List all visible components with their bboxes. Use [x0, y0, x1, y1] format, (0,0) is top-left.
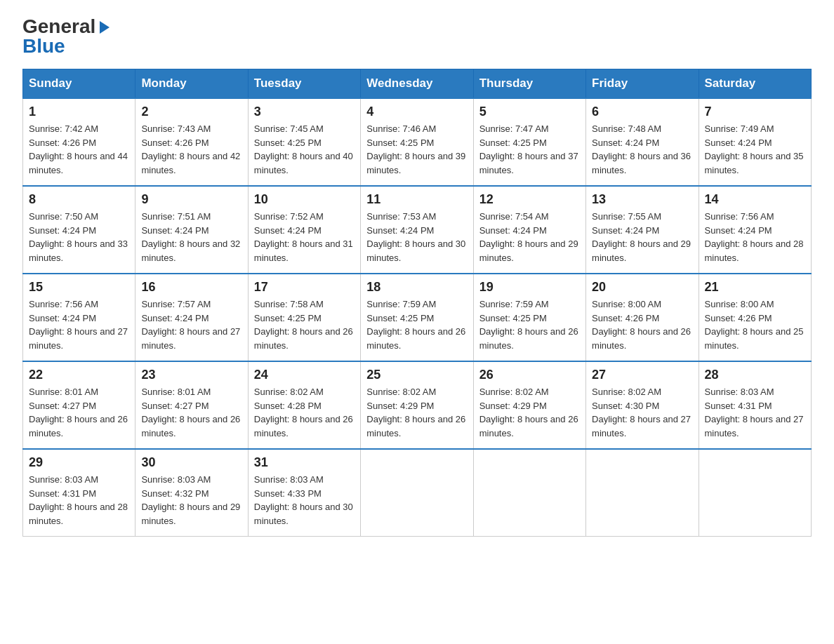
day-info: Sunrise: 7:55 AMSunset: 4:24 PMDaylight:…	[592, 210, 692, 264]
calendar-day-cell	[361, 449, 473, 537]
day-info: Sunrise: 7:58 AMSunset: 4:25 PMDaylight:…	[254, 297, 355, 352]
day-number: 17	[254, 280, 355, 295]
logo-general-text: General	[22, 17, 95, 36]
day-info: Sunrise: 8:03 AMSunset: 4:31 PMDaylight:…	[705, 385, 805, 440]
calendar-day-cell	[473, 449, 585, 537]
calendar-day-cell: 31Sunrise: 8:03 AMSunset: 4:33 PMDayligh…	[248, 449, 360, 537]
day-number: 22	[29, 368, 129, 382]
day-number: 11	[366, 192, 467, 207]
calendar-week-row: 8Sunrise: 7:50 AMSunset: 4:24 PMDaylight…	[23, 186, 812, 274]
day-info: Sunrise: 7:46 AMSunset: 4:25 PMDaylight:…	[366, 122, 467, 177]
day-info: Sunrise: 8:01 AMSunset: 4:27 PMDaylight:…	[29, 385, 129, 440]
day-info: Sunrise: 8:01 AMSunset: 4:27 PMDaylight:…	[141, 385, 241, 440]
logo-blue-text: Blue	[22, 35, 65, 57]
calendar-day-cell: 29Sunrise: 8:03 AMSunset: 4:31 PMDayligh…	[23, 449, 135, 537]
calendar-day-cell: 12Sunrise: 7:54 AMSunset: 4:24 PMDayligh…	[473, 186, 585, 274]
calendar-day-cell: 13Sunrise: 7:55 AMSunset: 4:24 PMDayligh…	[586, 186, 699, 274]
calendar-day-cell: 27Sunrise: 8:02 AMSunset: 4:30 PMDayligh…	[586, 361, 699, 449]
calendar-week-row: 15Sunrise: 7:56 AMSunset: 4:24 PMDayligh…	[23, 274, 812, 361]
calendar-header-row: SundayMondayTuesdayWednesdayThursdayFrid…	[23, 69, 812, 99]
calendar-day-cell: 19Sunrise: 7:59 AMSunset: 4:25 PMDayligh…	[473, 274, 585, 361]
day-info: Sunrise: 7:43 AMSunset: 4:26 PMDaylight:…	[141, 122, 241, 177]
calendar-table: SundayMondayTuesdayWednesdayThursdayFrid…	[22, 69, 812, 537]
weekday-header: Saturday	[699, 69, 811, 99]
day-number: 18	[366, 280, 467, 295]
day-number: 16	[141, 280, 241, 295]
day-info: Sunrise: 8:03 AMSunset: 4:32 PMDaylight:…	[141, 473, 241, 528]
calendar-day-cell	[586, 449, 699, 537]
logo-arrow-icon	[97, 20, 112, 35]
calendar-day-cell: 4Sunrise: 7:46 AMSunset: 4:25 PMDaylight…	[361, 98, 473, 186]
weekday-header: Friday	[586, 69, 699, 99]
weekday-header: Tuesday	[248, 69, 360, 99]
day-number: 30	[141, 455, 241, 470]
day-number: 14	[705, 192, 805, 207]
day-number: 25	[366, 368, 467, 382]
weekday-header: Thursday	[473, 69, 585, 99]
day-info: Sunrise: 7:57 AMSunset: 4:24 PMDaylight:…	[141, 297, 241, 352]
day-number: 6	[592, 105, 692, 119]
day-info: Sunrise: 8:02 AMSunset: 4:28 PMDaylight:…	[254, 385, 355, 440]
calendar-day-cell	[699, 449, 811, 537]
day-number: 26	[479, 368, 580, 382]
calendar-day-cell: 10Sunrise: 7:52 AMSunset: 4:24 PMDayligh…	[248, 186, 360, 274]
page-header: General Blue	[22, 17, 812, 56]
day-info: Sunrise: 7:56 AMSunset: 4:24 PMDaylight:…	[29, 297, 129, 352]
calendar-day-cell: 14Sunrise: 7:56 AMSunset: 4:24 PMDayligh…	[699, 186, 811, 274]
calendar-day-cell: 20Sunrise: 8:00 AMSunset: 4:26 PMDayligh…	[586, 274, 699, 361]
day-number: 9	[141, 192, 241, 207]
calendar-day-cell: 7Sunrise: 7:49 AMSunset: 4:24 PMDaylight…	[699, 98, 811, 186]
day-info: Sunrise: 8:03 AMSunset: 4:31 PMDaylight:…	[29, 473, 129, 528]
day-number: 28	[705, 368, 805, 382]
calendar-day-cell: 9Sunrise: 7:51 AMSunset: 4:24 PMDaylight…	[135, 186, 248, 274]
day-info: Sunrise: 7:48 AMSunset: 4:24 PMDaylight:…	[592, 122, 692, 177]
day-number: 5	[479, 105, 580, 119]
day-number: 20	[592, 280, 692, 295]
day-number: 27	[592, 368, 692, 382]
day-number: 1	[29, 105, 129, 119]
day-info: Sunrise: 8:02 AMSunset: 4:29 PMDaylight:…	[479, 385, 580, 440]
day-number: 19	[479, 280, 580, 295]
day-number: 13	[592, 192, 692, 207]
calendar-day-cell: 25Sunrise: 8:02 AMSunset: 4:29 PMDayligh…	[361, 361, 473, 449]
day-info: Sunrise: 8:00 AMSunset: 4:26 PMDaylight:…	[592, 297, 692, 352]
day-info: Sunrise: 7:54 AMSunset: 4:24 PMDaylight:…	[479, 210, 580, 264]
calendar-day-cell: 30Sunrise: 8:03 AMSunset: 4:32 PMDayligh…	[135, 449, 248, 537]
weekday-header: Sunday	[23, 69, 135, 99]
day-number: 7	[705, 105, 805, 119]
day-info: Sunrise: 7:52 AMSunset: 4:24 PMDaylight:…	[254, 210, 355, 264]
day-number: 31	[254, 455, 355, 470]
day-info: Sunrise: 7:53 AMSunset: 4:24 PMDaylight:…	[366, 210, 467, 264]
day-info: Sunrise: 8:03 AMSunset: 4:33 PMDaylight:…	[254, 473, 355, 528]
day-number: 21	[705, 280, 805, 295]
calendar-day-cell: 22Sunrise: 8:01 AMSunset: 4:27 PMDayligh…	[23, 361, 135, 449]
svg-marker-0	[100, 21, 110, 34]
calendar-day-cell: 28Sunrise: 8:03 AMSunset: 4:31 PMDayligh…	[699, 361, 811, 449]
calendar-week-row: 1Sunrise: 7:42 AMSunset: 4:26 PMDaylight…	[23, 98, 812, 186]
day-number: 24	[254, 368, 355, 382]
calendar-day-cell: 18Sunrise: 7:59 AMSunset: 4:25 PMDayligh…	[361, 274, 473, 361]
logo: General Blue	[22, 17, 112, 56]
calendar-day-cell: 1Sunrise: 7:42 AMSunset: 4:26 PMDaylight…	[23, 98, 135, 186]
weekday-header: Wednesday	[361, 69, 473, 99]
day-info: Sunrise: 7:59 AMSunset: 4:25 PMDaylight:…	[366, 297, 467, 352]
calendar-day-cell: 6Sunrise: 7:48 AMSunset: 4:24 PMDaylight…	[586, 98, 699, 186]
day-info: Sunrise: 7:59 AMSunset: 4:25 PMDaylight:…	[479, 297, 580, 352]
calendar-day-cell: 23Sunrise: 8:01 AMSunset: 4:27 PMDayligh…	[135, 361, 248, 449]
calendar-day-cell: 26Sunrise: 8:02 AMSunset: 4:29 PMDayligh…	[473, 361, 585, 449]
day-info: Sunrise: 7:47 AMSunset: 4:25 PMDaylight:…	[479, 122, 580, 177]
day-number: 8	[29, 192, 129, 207]
calendar-week-row: 29Sunrise: 8:03 AMSunset: 4:31 PMDayligh…	[23, 449, 812, 537]
calendar-day-cell: 15Sunrise: 7:56 AMSunset: 4:24 PMDayligh…	[23, 274, 135, 361]
calendar-day-cell: 3Sunrise: 7:45 AMSunset: 4:25 PMDaylight…	[248, 98, 360, 186]
day-number: 3	[254, 105, 355, 119]
day-info: Sunrise: 8:02 AMSunset: 4:30 PMDaylight:…	[592, 385, 692, 440]
day-number: 2	[141, 105, 241, 119]
calendar-day-cell: 21Sunrise: 8:00 AMSunset: 4:26 PMDayligh…	[699, 274, 811, 361]
calendar-day-cell: 8Sunrise: 7:50 AMSunset: 4:24 PMDaylight…	[23, 186, 135, 274]
day-info: Sunrise: 7:51 AMSunset: 4:24 PMDaylight:…	[141, 210, 241, 264]
day-info: Sunrise: 8:00 AMSunset: 4:26 PMDaylight:…	[705, 297, 805, 352]
calendar-week-row: 22Sunrise: 8:01 AMSunset: 4:27 PMDayligh…	[23, 361, 812, 449]
day-number: 15	[29, 280, 129, 295]
calendar-day-cell: 16Sunrise: 7:57 AMSunset: 4:24 PMDayligh…	[135, 274, 248, 361]
